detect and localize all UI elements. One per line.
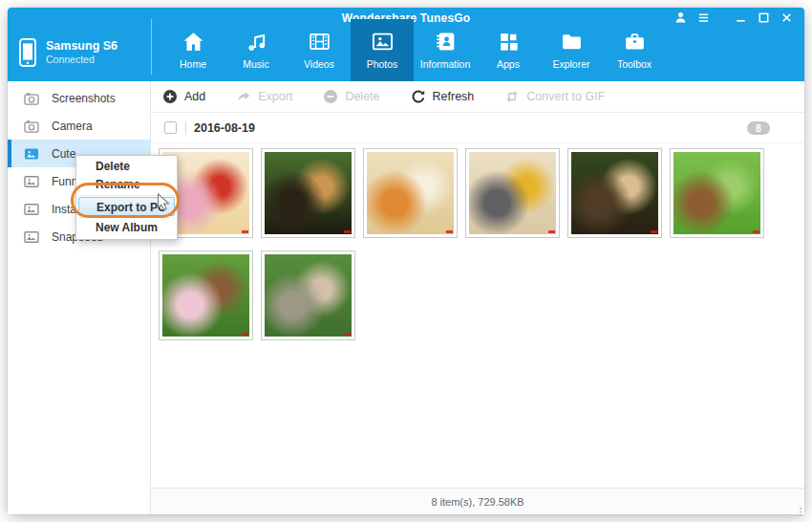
information-icon	[434, 30, 458, 54]
convert-gif-icon	[504, 89, 520, 104]
menu-item-export-to-pc[interactable]: Export to PC	[78, 197, 175, 216]
photo-thumbnail-kitten-in-bucket-on-grass[interactable]	[670, 148, 764, 238]
status-text: 8 item(s), 729.58KB	[431, 496, 524, 508]
menu-item-delete[interactable]: Delete	[77, 158, 176, 176]
menu-separator	[79, 195, 174, 196]
nav-item-music[interactable]: Music	[224, 19, 288, 81]
apps-icon	[497, 30, 521, 54]
nav-item-explorer[interactable]: Explorer	[540, 19, 603, 81]
watermark	[344, 333, 351, 336]
photo-thumbnail-gray-kitten-on-wicker-chair-with-flowers[interactable]	[465, 148, 560, 238]
album-icon	[24, 174, 39, 189]
app-body: ScreenshotsCameraCuteFunnyInstagramSnaps…	[8, 81, 804, 514]
main-content: AddExportDeleteRefreshConvert to GIF 201…	[151, 81, 804, 514]
home-icon	[182, 30, 205, 54]
menu-icon[interactable]	[695, 11, 712, 25]
sidebar-item-label: Cute	[52, 147, 75, 161]
nav-item-label: Explorer	[552, 58, 589, 70]
music-icon	[245, 30, 268, 54]
nav-item-toolbox[interactable]: Toolbox	[603, 19, 666, 81]
photo-image	[571, 152, 658, 234]
device-status: Connected	[46, 54, 118, 66]
sidebar-item-label: Screenshots	[52, 92, 116, 105]
tool-button-label: Add	[184, 90, 205, 103]
add-icon	[162, 89, 178, 104]
photo-thumbnail-kitten-on-log-pile[interactable]	[567, 148, 662, 238]
delete-icon	[323, 89, 338, 104]
maximize-icon[interactable]	[756, 11, 772, 25]
delete-button: Delete	[323, 89, 379, 104]
photo-group-header: 2016-08-19 8	[151, 113, 804, 143]
sidebar-item-label: Camera	[52, 120, 93, 133]
nav-item-label: Information	[420, 58, 471, 70]
menu-item-rename[interactable]: Rename	[77, 176, 176, 194]
watermark	[446, 230, 453, 233]
photo-image	[673, 152, 760, 234]
watermark	[651, 230, 657, 233]
photo-thumbnail-calico-kitten-in-pink-basket-on-grass[interactable]	[159, 250, 253, 340]
nav-item-information[interactable]: Information	[414, 19, 477, 81]
nav-item-home[interactable]: Home	[161, 19, 224, 81]
app-window: Wondershare TunesGo Samsung S6 Connected…	[8, 8, 804, 514]
refresh-icon	[411, 89, 426, 104]
context-menu: DeleteRenameExport to PCNew Album	[75, 155, 178, 240]
nav-item-label: Videos	[304, 58, 334, 70]
user-icon[interactable]	[673, 11, 689, 25]
date-divider	[185, 121, 186, 135]
select-group-checkbox[interactable]	[164, 121, 177, 134]
main-nav: HomeMusicVideosPhotosInformationAppsExpl…	[161, 19, 666, 81]
nav-item-photos[interactable]: Photos	[351, 19, 414, 81]
watermark	[548, 230, 555, 233]
close-icon[interactable]	[779, 11, 795, 25]
photo-thumbnail-kitten-on-tree-stump[interactable]	[261, 250, 355, 340]
device-panel[interactable]: Samsung S6 Connected	[19, 29, 149, 76]
watermark	[753, 230, 759, 233]
photo-image	[265, 254, 352, 337]
toolbar: AddExportDeleteRefreshConvert to GIF	[151, 81, 804, 113]
app-header: Wondershare TunesGo Samsung S6 Connected…	[8, 8, 804, 81]
camera-icon	[24, 91, 39, 106]
photo-image	[367, 152, 454, 234]
sidebar-item-camera[interactable]: Camera	[8, 112, 150, 140]
export-button: Export	[236, 89, 292, 104]
refresh-button[interactable]: Refresh	[411, 89, 475, 104]
group-count-badge: 8	[747, 121, 770, 135]
photo-thumbnail-kitten-on-dark-log-green-background[interactable]	[261, 148, 355, 238]
toolbox-icon	[623, 30, 647, 54]
menu-separator	[79, 217, 174, 218]
nav-item-videos[interactable]: Videos	[288, 19, 351, 81]
photo-image	[162, 254, 249, 337]
nav-item-label: Apps	[497, 58, 520, 70]
tool-button-label: Convert to GIF	[526, 90, 605, 103]
album-icon-active	[24, 146, 39, 162]
photo-thumbnail-orange-kitten-on-wicker-bench[interactable]	[363, 148, 458, 238]
sidebar-item-screenshots[interactable]: Screenshots	[8, 84, 150, 112]
menu-item-new-album[interactable]: New Album	[77, 219, 176, 237]
album-icon	[24, 229, 39, 245]
watermark	[344, 230, 351, 233]
export-icon	[236, 89, 251, 104]
explorer-icon	[560, 30, 584, 54]
sidebar: ScreenshotsCameraCuteFunnyInstagramSnaps…	[8, 81, 151, 514]
photo-image	[469, 152, 556, 234]
nav-item-label: Home	[180, 58, 206, 70]
tool-button-label: Delete	[345, 90, 379, 103]
camera-icon	[24, 119, 39, 134]
tool-button-label: Refresh	[433, 90, 475, 103]
nav-item-label: Photos	[367, 58, 398, 70]
phone-icon	[19, 38, 36, 67]
add-button[interactable]: Add	[162, 89, 205, 104]
group-date-label: 2016-08-19	[194, 121, 255, 135]
photo-grid	[151, 143, 781, 353]
minimize-icon[interactable]	[733, 11, 749, 25]
nav-item-label: Music	[243, 58, 268, 70]
header-separator	[151, 19, 152, 75]
watermark	[242, 333, 248, 336]
status-bar: 8 item(s), 729.58KB	[151, 488, 804, 514]
header-main: Samsung S6 Connected HomeMusicVideosPhot…	[8, 27, 804, 81]
nav-item-apps[interactable]: Apps	[477, 19, 540, 81]
resize-grip[interactable]	[793, 503, 802, 512]
videos-icon	[308, 30, 331, 54]
device-name: Samsung S6	[46, 39, 118, 54]
tool-button-label: Export	[258, 90, 292, 103]
